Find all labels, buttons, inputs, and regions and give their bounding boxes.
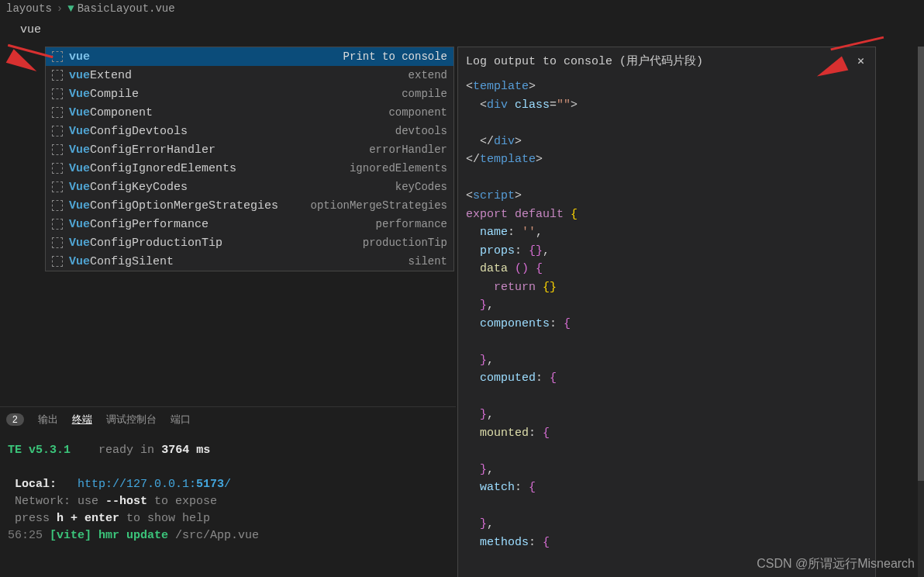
suggestion-doc-panel: Log output to console (用户代码片段) ✕ <templa… — [457, 47, 876, 577]
suggestion-detail: Print to console — [343, 50, 447, 63]
suggestion-label: VueCompile — [69, 88, 395, 101]
suggestion-item[interactable]: VueConfigIgnoredElementsignoredElements — [46, 159, 453, 178]
suggestion-detail: performance — [376, 218, 447, 230]
suggestion-label: VueConfigKeyCodes — [69, 181, 389, 194]
suggestion-item[interactable]: VueConfigKeyCodeskeyCodes — [46, 178, 453, 196]
scrollbar-thumb[interactable] — [918, 47, 924, 481]
suggestion-label: VueComponent — [69, 106, 382, 119]
suggestion-item[interactable]: vueExtendextend — [46, 66, 453, 85]
vite-banner: TE — [8, 444, 22, 457]
terminal-output[interactable]: TE v5.3.1 ready in 3764 ms Local: http:/… — [0, 434, 456, 552]
network-label: Network: — [15, 495, 71, 508]
panel-tab[interactable]: 终端 — [72, 413, 92, 425]
watermark: CSDN @所谓远行Misnearch — [757, 556, 915, 572]
panel-tab[interactable]: 输出 — [38, 413, 58, 425]
doc-body: <template> <div class=""> </div></templa… — [458, 71, 875, 558]
vue-file-icon: ▼ — [67, 2, 74, 15]
suggestion-label: VueConfigErrorHandler — [69, 143, 363, 157]
panel-tabbar: 2 输出终端调试控制台端口 — [0, 406, 456, 431]
suggestion-detail: optionMergeStrategies — [311, 199, 447, 212]
suggestion-detail: devtools — [395, 125, 447, 137]
suggestion-detail: errorHandler — [369, 143, 447, 156]
suggestion-detail: extend — [409, 69, 447, 81]
suggestion-item[interactable]: vuePrint to console — [46, 47, 453, 66]
suggestion-detail: silent — [409, 255, 447, 268]
suggestion-label: vueExtend — [69, 69, 402, 82]
snippet-icon — [52, 256, 63, 267]
snippet-icon — [52, 51, 63, 62]
suggestion-label: VueConfigPerformance — [69, 218, 370, 231]
suggestion-detail: compile — [402, 88, 447, 100]
snippet-icon — [52, 163, 63, 174]
breadcrumb-file[interactable]: BasicLayout.vue — [78, 2, 175, 15]
breadcrumb-folder[interactable]: layouts — [6, 2, 52, 15]
snippet-icon — [52, 200, 63, 211]
suggestion-item[interactable]: VueConfigOptionMergeStrategiesoptionMerg… — [46, 196, 453, 215]
suggestion-detail: component — [388, 106, 447, 119]
problems-badge[interactable]: 2 — [6, 413, 24, 426]
snippet-icon — [52, 144, 63, 155]
suggestion-item[interactable]: VueConfigProductionTipproductionTip — [46, 233, 453, 252]
suggestion-item[interactable]: VueConfigSilentsilent — [46, 252, 453, 271]
suggestion-label: VueConfigDevtools — [69, 125, 389, 138]
suggestion-label: VueConfigProductionTip — [69, 237, 357, 250]
snippet-icon — [52, 88, 63, 99]
panel-tab[interactable]: 调试控制台 — [106, 413, 157, 425]
suggestion-label: VueConfigSilent — [69, 255, 402, 268]
suggestion-label: VueConfigOptionMergeStrategies — [69, 199, 305, 212]
panel-tab[interactable]: 端口 — [171, 413, 191, 425]
breadcrumb: layouts › ▼ BasicLayout.vue — [0, 0, 924, 17]
suggestion-item[interactable]: VueConfigDevtoolsdevtools — [46, 122, 453, 140]
doc-title: Log output to console (用户代码片段) — [466, 54, 703, 68]
suggestion-item[interactable]: VueCompilecompile — [46, 85, 453, 103]
snippet-icon — [52, 181, 63, 192]
editor-typed-text: vue — [20, 23, 41, 36]
snippet-icon — [52, 126, 63, 136]
local-url[interactable]: http://127.0.0.1:5173/ — [78, 478, 231, 491]
suggestion-list[interactable]: vuePrint to consolevueExtendextendVueCom… — [45, 47, 454, 271]
close-icon[interactable]: ✕ — [854, 54, 867, 68]
suggestion-label: VueConfigIgnoredElements — [69, 162, 343, 175]
suggestion-item[interactable]: VueConfigPerformanceperformance — [46, 215, 453, 233]
snippet-icon — [52, 219, 63, 230]
suggestion-detail: ignoredElements — [350, 162, 447, 174]
editor[interactable]: vue vuePrint to consolevueExtendextendVu… — [0, 17, 924, 405]
snippet-icon — [52, 107, 63, 118]
suggestion-label: vue — [69, 50, 337, 64]
suggestion-detail: productionTip — [363, 237, 447, 249]
chevron-right-icon: › — [57, 2, 63, 15]
snippet-icon — [52, 237, 63, 248]
snippet-icon — [52, 70, 63, 81]
local-label: Local: — [15, 478, 57, 491]
suggestion-item[interactable]: VueConfigErrorHandlererrorHandler — [46, 140, 453, 159]
scrollbar[interactable] — [918, 47, 924, 577]
annotation-arrow-left — [6, 49, 41, 78]
suggestion-detail: keyCodes — [395, 181, 447, 193]
suggestion-item[interactable]: VueComponentcomponent — [46, 103, 453, 122]
